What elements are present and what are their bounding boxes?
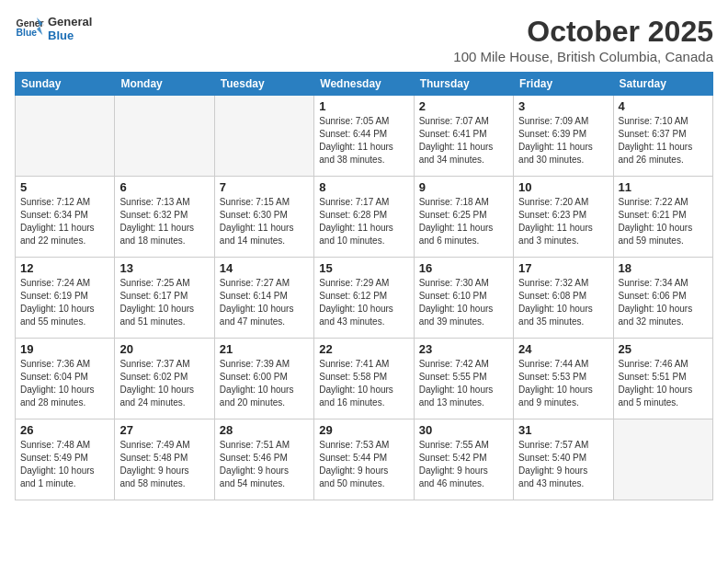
day-number: 7	[220, 180, 309, 194]
day-info: Sunrise: 7:36 AMSunset: 6:04 PMDaylight:…	[20, 358, 109, 409]
day-cell-23: 23Sunrise: 7:42 AMSunset: 5:55 PMDayligh…	[414, 339, 513, 419]
day-info: Sunrise: 7:37 AMSunset: 6:02 PMDaylight:…	[119, 358, 209, 409]
week-row-4: 19Sunrise: 7:36 AMSunset: 6:04 PMDayligh…	[16, 339, 713, 419]
day-info: Sunrise: 7:25 AMSunset: 6:17 PMDaylight:…	[119, 277, 209, 328]
day-number: 18	[619, 261, 708, 275]
day-info: Sunrise: 7:22 AMSunset: 6:21 PMDaylight:…	[619, 196, 708, 247]
day-number: 17	[518, 261, 608, 275]
day-info: Sunrise: 7:57 AMSunset: 5:40 PMDaylight:…	[518, 439, 608, 490]
day-cell-28: 28Sunrise: 7:51 AMSunset: 5:46 PMDayligh…	[214, 419, 313, 500]
day-info: Sunrise: 7:15 AMSunset: 6:30 PMDaylight:…	[220, 196, 309, 247]
day-number: 13	[119, 261, 209, 275]
empty-cell	[214, 96, 313, 177]
day-info: Sunrise: 7:29 AMSunset: 6:12 PMDaylight:…	[319, 277, 408, 328]
day-cell-12: 12Sunrise: 7:24 AMSunset: 6:19 PMDayligh…	[16, 258, 115, 339]
svg-text:Blue: Blue	[17, 28, 38, 38]
day-cell-3: 3Sunrise: 7:09 AMSunset: 6:39 PMDaylight…	[514, 96, 613, 177]
weekday-header-friday: Friday	[514, 73, 613, 96]
day-number: 30	[419, 423, 508, 437]
day-info: Sunrise: 7:07 AMSunset: 6:41 PMDaylight:…	[419, 115, 508, 167]
day-cell-9: 9Sunrise: 7:18 AMSunset: 6:25 PMDaylight…	[414, 177, 513, 258]
day-cell-17: 17Sunrise: 7:32 AMSunset: 6:08 PMDayligh…	[514, 258, 613, 339]
day-cell-10: 10Sunrise: 7:20 AMSunset: 6:23 PMDayligh…	[514, 177, 613, 258]
day-cell-15: 15Sunrise: 7:29 AMSunset: 6:12 PMDayligh…	[314, 258, 414, 339]
empty-cell	[613, 419, 712, 500]
day-cell-22: 22Sunrise: 7:41 AMSunset: 5:58 PMDayligh…	[314, 339, 414, 419]
day-cell-27: 27Sunrise: 7:49 AMSunset: 5:48 PMDayligh…	[115, 419, 214, 500]
day-number: 22	[319, 342, 408, 356]
day-info: Sunrise: 7:13 AMSunset: 6:32 PMDaylight:…	[119, 196, 209, 247]
day-number: 24	[518, 342, 608, 356]
day-number: 11	[619, 180, 708, 194]
weekday-header-wednesday: Wednesday	[314, 73, 414, 96]
day-info: Sunrise: 7:51 AMSunset: 5:46 PMDaylight:…	[220, 439, 309, 490]
day-number: 19	[20, 342, 109, 356]
day-number: 16	[419, 261, 508, 275]
day-info: Sunrise: 7:17 AMSunset: 6:28 PMDaylight:…	[319, 196, 408, 247]
day-info: Sunrise: 7:42 AMSunset: 5:55 PMDaylight:…	[419, 358, 508, 409]
day-info: Sunrise: 7:32 AMSunset: 6:08 PMDaylight:…	[518, 277, 608, 328]
day-number: 15	[319, 261, 408, 275]
day-number: 23	[419, 342, 508, 356]
day-info: Sunrise: 7:46 AMSunset: 5:51 PMDaylight:…	[619, 358, 708, 409]
day-cell-20: 20Sunrise: 7:37 AMSunset: 6:02 PMDayligh…	[115, 339, 214, 419]
week-row-2: 5Sunrise: 7:12 AMSunset: 6:34 PMDaylight…	[16, 177, 713, 258]
day-cell-14: 14Sunrise: 7:27 AMSunset: 6:14 PMDayligh…	[214, 258, 313, 339]
day-info: Sunrise: 7:30 AMSunset: 6:10 PMDaylight:…	[419, 277, 508, 328]
weekday-header-sunday: Sunday	[16, 73, 115, 96]
day-number: 27	[119, 423, 209, 437]
day-number: 1	[319, 99, 408, 113]
day-cell-16: 16Sunrise: 7:30 AMSunset: 6:10 PMDayligh…	[414, 258, 513, 339]
day-number: 21	[220, 342, 309, 356]
day-info: Sunrise: 7:48 AMSunset: 5:49 PMDaylight:…	[20, 439, 109, 490]
day-info: Sunrise: 7:05 AMSunset: 6:44 PMDaylight:…	[319, 115, 408, 167]
day-info: Sunrise: 7:44 AMSunset: 5:53 PMDaylight:…	[518, 358, 608, 409]
week-row-3: 12Sunrise: 7:24 AMSunset: 6:19 PMDayligh…	[16, 258, 713, 339]
calendar-table: SundayMondayTuesdayWednesdayThursdayFrid…	[15, 72, 713, 500]
day-number: 9	[419, 180, 508, 194]
day-cell-7: 7Sunrise: 7:15 AMSunset: 6:30 PMDaylight…	[214, 177, 313, 258]
day-cell-21: 21Sunrise: 7:39 AMSunset: 6:00 PMDayligh…	[214, 339, 313, 419]
day-cell-26: 26Sunrise: 7:48 AMSunset: 5:49 PMDayligh…	[16, 419, 115, 500]
day-number: 28	[220, 423, 309, 437]
day-number: 20	[119, 342, 209, 356]
day-number: 14	[220, 261, 309, 275]
day-info: Sunrise: 7:18 AMSunset: 6:25 PMDaylight:…	[419, 196, 508, 247]
day-cell-13: 13Sunrise: 7:25 AMSunset: 6:17 PMDayligh…	[115, 258, 214, 339]
day-info: Sunrise: 7:53 AMSunset: 5:44 PMDaylight:…	[319, 439, 408, 490]
day-info: Sunrise: 7:20 AMSunset: 6:23 PMDaylight:…	[518, 196, 608, 247]
day-cell-18: 18Sunrise: 7:34 AMSunset: 6:06 PMDayligh…	[613, 258, 712, 339]
day-cell-29: 29Sunrise: 7:53 AMSunset: 5:44 PMDayligh…	[314, 419, 414, 500]
day-number: 5	[20, 180, 109, 194]
day-number: 2	[419, 99, 508, 113]
weekday-header-saturday: Saturday	[613, 73, 712, 96]
day-number: 29	[319, 423, 408, 437]
day-number: 25	[619, 342, 708, 356]
day-info: Sunrise: 7:49 AMSunset: 5:48 PMDaylight:…	[119, 439, 209, 490]
logo-icon: General Blue	[15, 16, 44, 41]
day-cell-8: 8Sunrise: 7:17 AMSunset: 6:28 PMDaylight…	[314, 177, 414, 258]
day-cell-19: 19Sunrise: 7:36 AMSunset: 6:04 PMDayligh…	[16, 339, 115, 419]
day-info: Sunrise: 7:34 AMSunset: 6:06 PMDaylight:…	[619, 277, 708, 328]
day-number: 31	[518, 423, 608, 437]
title-section: October 2025 100 Mile House, British Col…	[453, 15, 713, 64]
weekday-header-row: SundayMondayTuesdayWednesdayThursdayFrid…	[16, 73, 713, 96]
day-cell-4: 4Sunrise: 7:10 AMSunset: 6:37 PMDaylight…	[613, 96, 712, 177]
day-info: Sunrise: 7:12 AMSunset: 6:34 PMDaylight:…	[20, 196, 109, 247]
day-info: Sunrise: 7:27 AMSunset: 6:14 PMDaylight:…	[220, 277, 309, 328]
day-number: 4	[619, 99, 708, 113]
empty-cell	[16, 96, 115, 177]
day-number: 26	[20, 423, 109, 437]
day-cell-5: 5Sunrise: 7:12 AMSunset: 6:34 PMDaylight…	[16, 177, 115, 258]
day-info: Sunrise: 7:24 AMSunset: 6:19 PMDaylight:…	[20, 277, 109, 328]
day-cell-2: 2Sunrise: 7:07 AMSunset: 6:41 PMDaylight…	[414, 96, 513, 177]
day-cell-25: 25Sunrise: 7:46 AMSunset: 5:51 PMDayligh…	[613, 339, 712, 419]
day-number: 8	[319, 180, 408, 194]
day-cell-31: 31Sunrise: 7:57 AMSunset: 5:40 PMDayligh…	[514, 419, 613, 500]
day-cell-11: 11Sunrise: 7:22 AMSunset: 6:21 PMDayligh…	[613, 177, 712, 258]
day-cell-24: 24Sunrise: 7:44 AMSunset: 5:53 PMDayligh…	[514, 339, 613, 419]
day-info: Sunrise: 7:41 AMSunset: 5:58 PMDaylight:…	[319, 358, 408, 409]
day-info: Sunrise: 7:39 AMSunset: 6:00 PMDaylight:…	[220, 358, 309, 409]
month-title: October 2025	[453, 15, 713, 49]
logo-line1: General	[48, 15, 92, 29]
